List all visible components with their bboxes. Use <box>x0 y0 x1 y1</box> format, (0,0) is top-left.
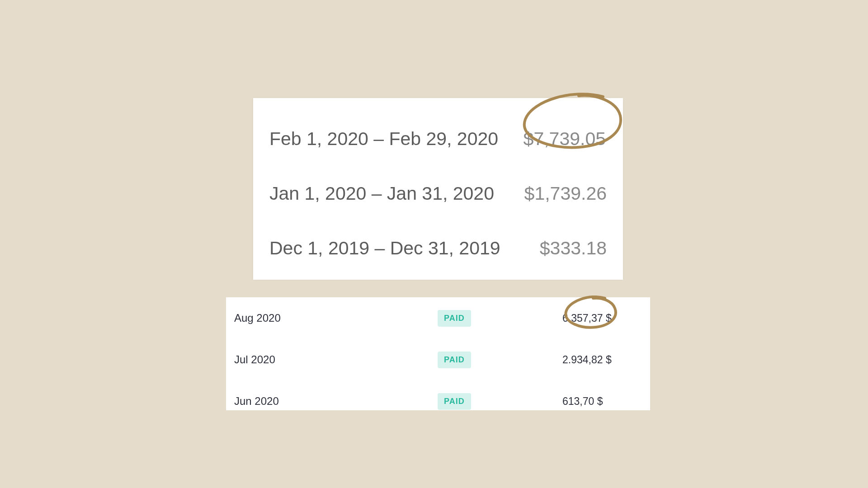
list-item: Feb 1, 2020 – Feb 29, 2020 $7,739.05 <box>269 112 607 166</box>
amount-value: 6.357,37 $ <box>560 312 650 324</box>
amount-value: 2.934,82 $ <box>560 354 650 366</box>
list-item: Jan 1, 2020 – Jan 31, 2020 $1,739.26 <box>269 166 607 221</box>
list-item: Dec 1, 2019 – Dec 31, 2019 $333.18 <box>269 221 607 275</box>
paid-badge: PAID <box>438 310 471 327</box>
amount-value: $1,739.26 <box>524 183 607 204</box>
status-badge: PAID <box>429 352 560 368</box>
status-badge: PAID <box>429 310 560 327</box>
month-label: Aug 2020 <box>226 312 429 324</box>
content-stage: Feb 1, 2020 – Feb 29, 2020 $7,739.05 Jan… <box>108 59 759 430</box>
date-range: Dec 1, 2019 – Dec 31, 2019 <box>269 238 500 259</box>
amount-value: $333.18 <box>540 238 607 259</box>
payments-card: Aug 2020 PAID 6.357,37 $ Jul 2020 PAID 2… <box>226 297 650 410</box>
table-row: Jul 2020 PAID 2.934,82 $ <box>226 339 650 380</box>
date-range: Feb 1, 2020 – Feb 29, 2020 <box>269 128 498 150</box>
table-row: Jun 2020 PAID 613,70 $ <box>226 380 650 422</box>
paid-badge: PAID <box>438 352 471 368</box>
month-label: Jun 2020 <box>226 395 429 408</box>
earnings-card: Feb 1, 2020 – Feb 29, 2020 $7,739.05 Jan… <box>253 98 623 280</box>
paid-badge: PAID <box>438 393 471 410</box>
table-row: Aug 2020 PAID 6.357,37 $ <box>226 297 650 339</box>
amount-value: $7,739.05 <box>524 128 607 150</box>
date-range: Jan 1, 2020 – Jan 31, 2020 <box>269 183 494 204</box>
status-badge: PAID <box>429 393 560 410</box>
amount-value: 613,70 $ <box>560 395 650 408</box>
month-label: Jul 2020 <box>226 353 429 366</box>
